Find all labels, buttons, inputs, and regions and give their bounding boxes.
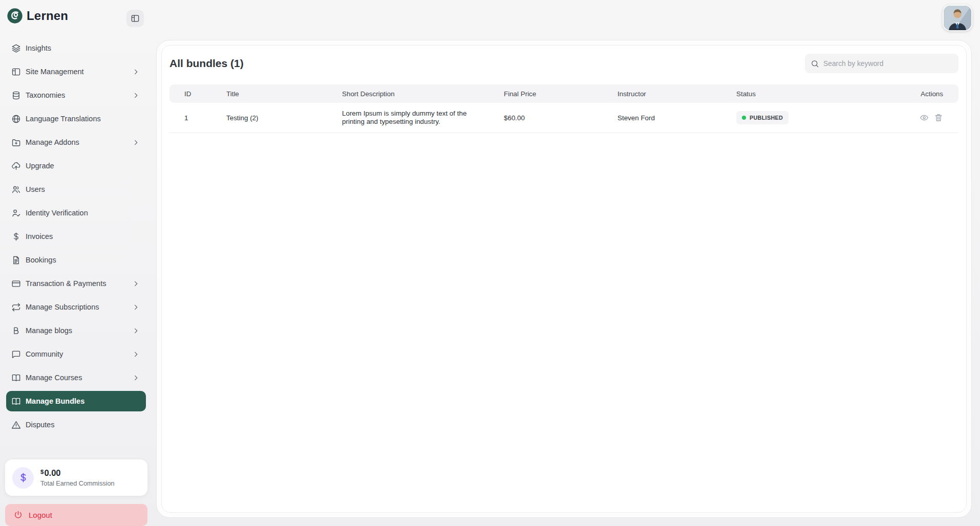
bundles-table: ID Title Short Description Final Price I… — [169, 84, 958, 133]
sidebar-item-label: Manage Subscriptions — [26, 303, 99, 311]
sidebar-item-label: Upgrade — [26, 162, 54, 170]
app-name: Lernen — [27, 9, 68, 23]
status-dot-icon — [742, 116, 746, 120]
users-icon — [11, 185, 21, 194]
delete-action-button[interactable] — [934, 113, 943, 122]
status-badge: PUBLISHED — [736, 111, 789, 124]
sidebar-item-site-management[interactable]: Site Management — [6, 61, 146, 82]
view-action-button[interactable] — [920, 113, 929, 122]
sidebar-item-label: Transaction & Payments — [26, 279, 106, 288]
power-icon — [13, 510, 23, 520]
database-icon — [11, 91, 21, 100]
column-header-actions: Actions — [871, 90, 958, 98]
commission-amount: $0.00 — [40, 468, 61, 477]
credit-card-icon — [11, 279, 21, 289]
sidebar-item-transaction-payments[interactable]: Transaction & Payments — [6, 273, 146, 294]
cell-final-price: $60.00 — [504, 114, 617, 122]
sidebar-item-identity-verification[interactable]: Identity Verification — [6, 203, 146, 223]
chevron-right-icon — [132, 303, 140, 311]
table-header-row: ID Title Short Description Final Price I… — [169, 84, 958, 103]
commission-currency: $ — [40, 469, 44, 475]
sidebar-item-label: Community — [26, 350, 63, 358]
dollar-icon — [11, 232, 21, 242]
column-header-instructor: Instructor — [617, 90, 736, 98]
blog-icon — [11, 326, 21, 336]
commission-label: Total Earned Commission — [40, 480, 115, 487]
column-header-title: Title — [226, 90, 342, 98]
chevron-right-icon — [132, 374, 140, 382]
layout-icon — [11, 67, 21, 77]
sidebar-item-manage-courses[interactable]: Manage Courses — [6, 367, 146, 388]
column-header-short-desc: Short Description — [342, 90, 504, 98]
cloud-upload-icon — [11, 161, 21, 171]
sidebar-item-label: Invoices — [26, 232, 53, 240]
main-content-frame: All bundles (1) ID Title Short Descripti… — [156, 40, 972, 518]
search-box — [805, 54, 958, 73]
sidebar-item-community[interactable]: Community — [6, 344, 146, 364]
sidebar-item-taxonomies[interactable]: Taxonomies — [6, 85, 146, 105]
sidebar-item-label: Disputes — [26, 421, 54, 429]
cell-id: 1 — [169, 114, 226, 122]
repeat-icon — [11, 302, 21, 312]
cell-actions — [871, 113, 958, 122]
cell-title: Testing (2) — [226, 114, 342, 122]
chat-icon — [11, 349, 21, 359]
globe-icon — [11, 114, 21, 124]
sidebar: Lernen Insights Site Management Taxonomi… — [0, 0, 151, 526]
chevron-right-icon — [132, 68, 140, 76]
sidebar-item-invoices[interactable]: Invoices — [6, 226, 146, 247]
book-open-icon — [11, 373, 21, 383]
search-icon — [811, 59, 819, 68]
alert-triangle-icon — [11, 420, 21, 430]
chevron-right-icon — [132, 92, 140, 99]
sidebar-item-label: Insights — [26, 44, 51, 52]
table-body: 1 Testing (2) Lorem Ipsum is simply dumm… — [169, 103, 958, 133]
chevron-right-icon — [132, 350, 140, 358]
sidebar-item-insights[interactable]: Insights — [6, 38, 146, 58]
sidebar-item-label: Manage blogs — [26, 326, 72, 335]
sidebar-item-label: Bookings — [26, 256, 56, 264]
logout-label: Logout — [29, 511, 52, 519]
dollar-icon — [12, 467, 34, 489]
sidebar-item-label: Taxonomies — [26, 91, 65, 99]
logo-mark-icon — [7, 8, 23, 24]
panel-header: All bundles (1) — [169, 53, 958, 74]
user-check-icon — [11, 208, 21, 218]
file-icon — [11, 255, 21, 265]
app-logo[interactable]: Lernen — [7, 8, 68, 24]
book-open-icon — [11, 397, 21, 406]
sidebar-item-disputes[interactable]: Disputes — [6, 414, 146, 435]
sidebar-item-label: Manage Courses — [26, 374, 82, 382]
search-input[interactable] — [823, 60, 953, 68]
chevron-right-icon — [132, 327, 140, 335]
sidebar-item-label: Users — [26, 185, 45, 193]
sidebar-item-manage-bundles[interactable]: Manage Bundles — [6, 391, 146, 411]
sidebar-item-language-translations[interactable]: Language Translations — [6, 108, 146, 129]
sidebar-item-label: Manage Addons — [26, 138, 79, 146]
column-header-status: Status — [736, 90, 871, 98]
sidebar-item-users[interactable]: Users — [6, 179, 146, 200]
sidebar-item-manage-blogs[interactable]: Manage blogs — [6, 320, 146, 341]
sidebar-item-label: Language Translations — [26, 115, 101, 123]
sidebar-item-label: Site Management — [26, 68, 84, 76]
commission-card: $0.00 Total Earned Commission — [5, 459, 147, 496]
table-row: 1 Testing (2) Lorem Ipsum is simply dumm… — [169, 103, 958, 133]
sidebar-item-upgrade[interactable]: Upgrade — [6, 156, 146, 176]
folder-plus-icon — [11, 138, 21, 147]
column-header-final-price: Final Price — [504, 90, 617, 98]
sidebar-item-bookings[interactable]: Bookings — [6, 250, 146, 270]
sidebar-item-label: Identity Verification — [26, 209, 88, 217]
cell-instructor: Steven Ford — [617, 114, 736, 122]
sidebar-toggle-button[interactable] — [126, 10, 144, 27]
user-avatar[interactable] — [943, 5, 972, 31]
sidebar-item-manage-subscriptions[interactable]: Manage Subscriptions — [6, 297, 146, 317]
page-title: All bundles (1) — [169, 57, 244, 70]
sidebar-item-manage-addons[interactable]: Manage Addons — [6, 132, 146, 152]
layers-icon — [11, 43, 21, 53]
cell-short-description: Lorem Ipsum is simply dummy text of the … — [342, 105, 473, 130]
sidebar-item-label: Manage Bundles — [26, 397, 84, 405]
logout-button[interactable]: Logout — [5, 504, 147, 526]
chevron-right-icon — [132, 139, 140, 146]
sidebar-nav: Insights Site Management Taxonomies Lang… — [0, 38, 151, 438]
panel-icon — [131, 14, 140, 23]
